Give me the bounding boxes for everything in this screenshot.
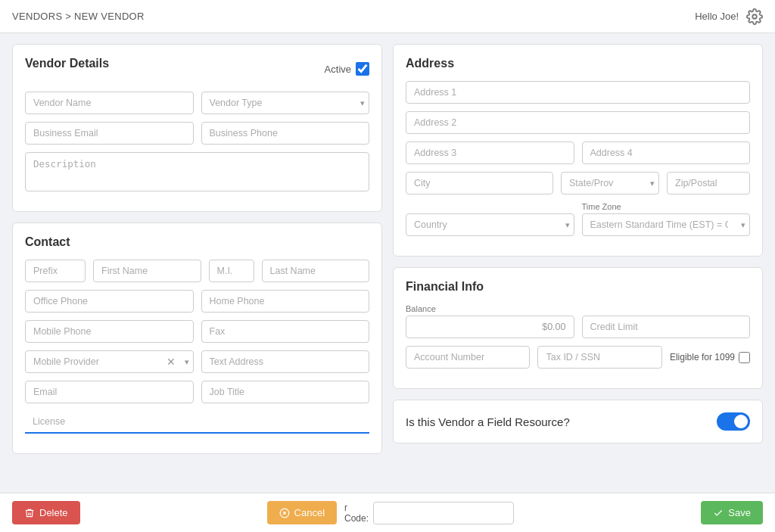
vendor-details-card: Vendor Details Active ▾ [12, 44, 382, 212]
mobile-provider-clear-btn[interactable]: ✕ [165, 356, 177, 368]
country-input[interactable] [406, 213, 574, 236]
address2-row [406, 111, 750, 134]
zip-input[interactable] [667, 172, 750, 194]
email-jobtitle-row [25, 381, 369, 403]
text-address-input[interactable] [201, 350, 370, 373]
address1-input[interactable] [406, 81, 750, 104]
job-title-group [201, 381, 370, 403]
address3-4-row [406, 142, 750, 164]
save-button[interactable]: Save [701, 501, 763, 504]
timezone-wrapper: ▾ [582, 213, 751, 236]
field-resource-toggle[interactable] [717, 412, 750, 431]
description-row [25, 152, 369, 191]
vendor-code-area: r Code: [344, 502, 514, 505]
vendor-type-dropdown-btn[interactable]: ▾ [359, 98, 366, 108]
prefix-group [25, 260, 86, 282]
top-right-area: Hello Joe! [695, 8, 763, 25]
vendor-type-group: ▾ [201, 92, 370, 114]
address2-input[interactable] [406, 111, 750, 134]
mobile-phone-group [25, 320, 194, 343]
license-input[interactable] [25, 411, 369, 434]
timezone-group: Time Zone ▾ [582, 202, 751, 236]
mobile-provider-wrapper: ✕ ▾ [25, 350, 194, 373]
name-row [25, 260, 369, 282]
license-row [25, 411, 369, 434]
country-timezone-row: ▾ Time Zone ▾ [406, 202, 750, 236]
balance-creditlimit-row [406, 316, 750, 338]
last-name-input[interactable] [262, 260, 370, 282]
address-title: Address [406, 57, 750, 70]
email-input[interactable] [25, 381, 194, 403]
text-address-group [201, 350, 370, 373]
license-group [25, 411, 369, 434]
business-email-input[interactable] [25, 122, 194, 145]
mobile-provider-text-row: ✕ ▾ [25, 350, 369, 373]
vendor-name-input[interactable] [25, 92, 194, 114]
account-number-input[interactable] [406, 346, 530, 369]
timezone-dropdown-btn[interactable]: ▾ [739, 220, 747, 230]
tax-id-group [537, 346, 661, 369]
country-dropdown-btn[interactable]: ▾ [564, 220, 571, 230]
active-row: Vendor Details Active [25, 57, 369, 81]
top-bar: VENDORS > NEW VENDOR Hello Joe! [0, 0, 775, 33]
mobile-provider-dropdown-btn[interactable]: ▾ [183, 357, 191, 367]
mobile-phone-input[interactable] [25, 320, 194, 343]
active-label: Active [325, 64, 351, 75]
field-resource-label: Is this Vendor a Field Resource? [406, 415, 570, 428]
financial-card: Financial Info Balance [393, 267, 763, 389]
city-group [406, 172, 553, 194]
balance-section: Balance [406, 304, 750, 338]
fax-input[interactable] [201, 320, 370, 343]
job-title-input[interactable] [201, 381, 370, 403]
credit-limit-input[interactable] [582, 316, 751, 338]
mi-input[interactable] [209, 260, 254, 282]
business-email-group [25, 122, 194, 145]
cancel-button[interactable]: Cancel [267, 501, 337, 504]
left-panel: Vendor Details Active ▾ [12, 44, 382, 454]
active-checkbox[interactable] [356, 62, 369, 76]
hello-text: Hello Joe! [695, 11, 739, 22]
state-input[interactable] [561, 172, 659, 194]
vendor-name-group [25, 92, 194, 114]
vendor-type-input[interactable] [201, 92, 370, 114]
tax-id-input[interactable] [537, 346, 661, 369]
delete-button[interactable]: Delete [12, 501, 80, 504]
address1-group [406, 81, 750, 104]
state-dropdown-btn[interactable]: ▾ [649, 179, 656, 188]
country-wrapper: ▾ [406, 213, 574, 236]
bottom-bar: Delete Cancel r Code: Save [0, 493, 775, 504]
vendor-details-title: Vendor Details [25, 57, 109, 70]
fax-group [201, 320, 370, 343]
email-phone-row [25, 122, 369, 145]
vendor-code-input[interactable] [373, 502, 514, 505]
phones-row [25, 290, 369, 313]
credit-limit-group [582, 316, 751, 338]
eligible-group: Eligible for 1099 [670, 352, 750, 363]
timezone-input[interactable] [582, 213, 751, 236]
email-group [25, 381, 194, 403]
prefix-input[interactable] [25, 260, 86, 282]
home-phone-input[interactable] [201, 290, 370, 313]
breadcrumb: VENDORS > NEW VENDOR [12, 11, 145, 22]
zip-group [667, 172, 750, 194]
home-phone-group [201, 290, 370, 313]
vendor-name-type-row: ▾ [25, 92, 369, 114]
vendor-type-wrapper: ▾ [201, 92, 370, 114]
address4-input[interactable] [582, 142, 751, 164]
gear-icon[interactable] [746, 8, 763, 25]
first-name-input[interactable] [93, 260, 201, 282]
address-card: Address [393, 44, 763, 257]
city-input[interactable] [406, 172, 553, 194]
state-group: ▾ [561, 172, 659, 194]
mi-group [209, 260, 254, 282]
office-phone-input[interactable] [25, 290, 194, 313]
balance-group [406, 316, 574, 338]
address3-input[interactable] [406, 142, 574, 164]
vendor-code-label: r Code: [344, 502, 369, 505]
eligible-checkbox[interactable] [739, 352, 750, 363]
office-phone-group [25, 290, 194, 313]
business-phone-input[interactable] [201, 122, 370, 145]
account-tax-eligible-row: Eligible for 1099 [406, 346, 750, 369]
first-name-group [93, 260, 201, 282]
description-textarea[interactable] [25, 152, 369, 191]
